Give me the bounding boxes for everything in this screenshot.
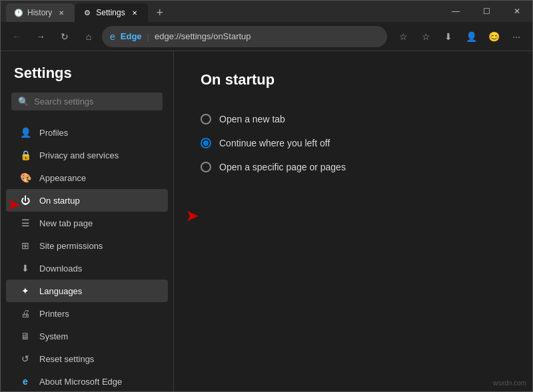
downloads-icon-button[interactable]: ⬇ <box>438 26 459 47</box>
search-box[interactable]: 🔍 <box>11 93 163 110</box>
navbar: ← → ↻ ⌂ e Edge | edge://settings/onStart… <box>1 22 532 51</box>
tab-settings-close[interactable]: ✕ <box>129 7 140 18</box>
privacy-icon: 🔒 <box>19 149 31 161</box>
titlebar: 🕐 History ✕ ⚙ Settings ✕ + — ☐ ✕ <box>1 1 532 22</box>
radio-label-new-tab: Open a new tab <box>219 114 285 124</box>
appearance-icon: 🎨 <box>19 172 31 184</box>
settings-tab-icon: ⚙ <box>83 8 92 17</box>
sidebar-item-downloads[interactable]: ⬇ Downloads <box>6 257 168 280</box>
sidebar-item-privacy[interactable]: 🔒 Privacy and services <box>6 144 168 166</box>
tab-settings-label: Settings <box>96 8 125 17</box>
search-icon: 🔍 <box>18 97 29 106</box>
maximize-button[interactable]: ☐ <box>471 1 502 22</box>
sidebar-item-new-tab[interactable]: ☰ New tab page <box>6 212 168 234</box>
privacy-label: Privacy and services <box>39 150 119 160</box>
main-layout: ➤ ➤ Settings 🔍 👤 Profiles 🔒 Privacy and … <box>1 51 532 392</box>
profiles-icon: 👤 <box>19 126 31 138</box>
tab-group: 🕐 History ✕ ⚙ Settings ✕ + <box>1 1 169 22</box>
more-button[interactable]: ··· <box>506 26 527 47</box>
collections-button[interactable]: ☆ <box>415 26 436 47</box>
radio-circle-new-tab[interactable] <box>201 114 211 124</box>
sidebar-arrow-indicator: ➤ <box>7 196 19 214</box>
close-button[interactable]: ✕ <box>502 1 532 22</box>
system-label: System <box>39 331 68 341</box>
radio-circle-continue[interactable] <box>201 138 211 148</box>
on-startup-icon: ⏻ <box>19 194 31 206</box>
site-permissions-icon: ⊞ <box>19 240 31 252</box>
window-controls: — ☐ ✕ <box>440 1 532 22</box>
reset-label: Reset settings <box>39 354 94 364</box>
sidebar-item-about[interactable]: e About Microsoft Edge <box>6 370 168 392</box>
printers-icon: 🖨 <box>19 307 31 319</box>
sidebar-item-printers[interactable]: 🖨 Printers <box>6 302 168 325</box>
content-title: On startup <box>201 71 506 89</box>
sidebar-item-languages[interactable]: ✦ Languages <box>6 280 168 302</box>
sidebar: Settings 🔍 👤 Profiles 🔒 Privacy and serv… <box>1 51 174 392</box>
sidebar-item-profiles[interactable]: 👤 Profiles <box>6 121 168 144</box>
printers-label: Printers <box>39 309 69 319</box>
tab-settings[interactable]: ⚙ Settings ✕ <box>75 3 147 22</box>
reset-icon: ↺ <box>19 353 31 365</box>
languages-icon: ✦ <box>19 285 31 297</box>
profile-button[interactable]: 👤 <box>460 26 482 47</box>
new-tab-label: New tab page <box>39 218 93 228</box>
on-startup-label: On startup <box>39 196 80 206</box>
content-arrow-indicator: ➤ <box>186 208 198 225</box>
home-button[interactable]: ⌂ <box>78 26 99 47</box>
back-button[interactable]: ← <box>6 26 27 47</box>
tab-history[interactable]: 🕐 History ✕ <box>6 3 75 22</box>
radio-label-continue: Continue where you left off <box>219 138 330 148</box>
edge-logo-icon: e <box>110 31 115 42</box>
site-permissions-label: Site permissions <box>39 241 103 251</box>
address-text: edge://settings/onStartup <box>155 31 251 41</box>
new-tab-icon: ☰ <box>19 217 31 229</box>
radio-label-specific: Open a specific page or pages <box>219 162 346 172</box>
new-tab-button[interactable]: + <box>151 3 169 22</box>
downloads-icon: ⬇ <box>19 262 31 274</box>
about-edge-icon: e <box>19 375 31 387</box>
tab-history-close[interactable]: ✕ <box>56 7 67 18</box>
sidebar-item-on-startup[interactable]: ⏻ On startup <box>6 189 168 212</box>
content-area: On startup Open a new tab Continue where… <box>174 51 532 392</box>
refresh-button[interactable]: ↻ <box>54 26 75 47</box>
history-tab-icon: 🕐 <box>14 8 23 17</box>
radio-specific-pages[interactable]: Open a specific page or pages <box>201 155 506 179</box>
address-bar[interactable]: e Edge | edge://settings/onStartup <box>102 26 387 47</box>
sidebar-item-appearance[interactable]: 🎨 Appearance <box>6 166 168 189</box>
search-input[interactable] <box>34 97 156 106</box>
tab-history-label: History <box>27 8 52 17</box>
profiles-label: Profiles <box>39 128 68 138</box>
downloads-label: Downloads <box>39 264 82 274</box>
appearance-label: Appearance <box>39 173 86 183</box>
watermark: wsxdn.com <box>493 379 526 387</box>
favorites-star-button[interactable]: ☆ <box>392 26 414 47</box>
sidebar-item-system[interactable]: 🖥 System <box>6 325 168 347</box>
radio-open-new-tab[interactable]: Open a new tab <box>201 107 506 131</box>
sidebar-title: Settings <box>1 65 173 93</box>
nav-actions: ☆ ☆ ⬇ 👤 😊 ··· <box>392 26 527 47</box>
languages-label: Languages <box>39 286 82 296</box>
forward-button[interactable]: → <box>30 26 51 47</box>
about-label: About Microsoft Edge <box>39 377 122 387</box>
minimize-button[interactable]: — <box>440 1 471 22</box>
radio-circle-specific[interactable] <box>201 162 211 172</box>
emoji-button[interactable]: 😊 <box>483 26 504 47</box>
system-icon: 🖥 <box>19 330 31 342</box>
sidebar-item-reset[interactable]: ↺ Reset settings <box>6 347 168 370</box>
radio-continue[interactable]: Continue where you left off <box>201 131 506 155</box>
sidebar-item-site-permissions[interactable]: ⊞ Site permissions <box>6 234 168 257</box>
address-divider: | <box>147 31 149 41</box>
browser-name: Edge <box>121 31 142 41</box>
